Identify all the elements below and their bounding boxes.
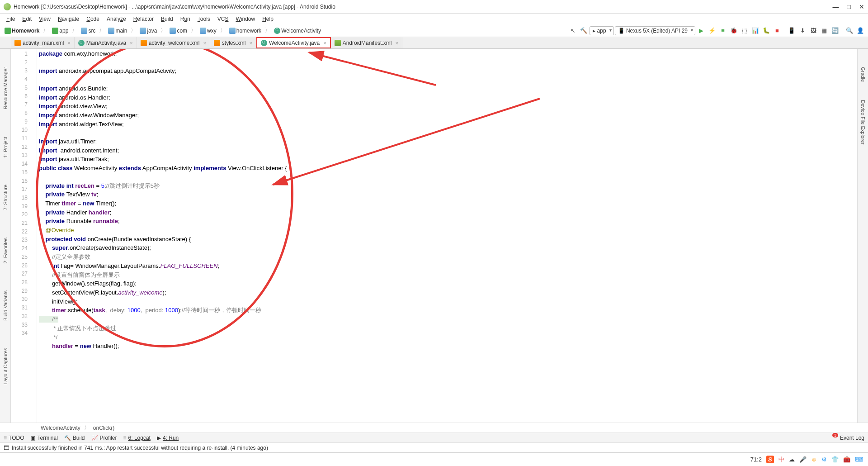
menu-help[interactable]: Help: [259, 15, 276, 23]
right-tool-strip: Gradle Device File Explorer: [857, 49, 868, 423]
build-icon[interactable]: 🔨: [579, 26, 589, 36]
status-bar: 🗔 Install successfully finished in 741 m…: [0, 442, 868, 452]
ime-icon[interactable]: S: [766, 456, 774, 463]
os-taskbar: 71:2 S 中 ☁ 🎤 ☺ ⚙ 👕 🧰 ⌨: [0, 452, 868, 466]
maximize-button[interactable]: □: [847, 3, 851, 10]
attach-icon[interactable]: 🐛: [761, 26, 771, 36]
tray-skin-icon[interactable]: 👕: [831, 456, 839, 463]
menu-build[interactable]: Build: [158, 15, 176, 23]
crumb-app[interactable]: app: [50, 27, 70, 35]
tool-build-variants[interactable]: Build Variants: [3, 290, 8, 321]
tray-keyboard-icon[interactable]: ⌨: [855, 456, 863, 463]
status-icon: 🗔: [4, 445, 9, 451]
user-icon[interactable]: 👤: [855, 26, 865, 36]
menu-analyze[interactable]: Analyze: [104, 15, 129, 23]
tray-cloud-icon[interactable]: ☁: [789, 456, 795, 463]
crumb-com[interactable]: com: [168, 27, 189, 35]
tool-build[interactable]: 🔨 Build: [64, 435, 85, 441]
editor[interactable]: 1234567891011121314151617181920212223242…: [11, 49, 857, 423]
editor-tabs: activity_main.xml× MainActivity.java× ac…: [0, 37, 868, 49]
sdk-icon[interactable]: ⬇: [797, 26, 807, 36]
close-button[interactable]: ✕: [859, 3, 864, 10]
bottom-toolbar: ≡ TODO ▣ Terminal 🔨 Build 📈 Profiler ≡ 6…: [0, 433, 868, 442]
left-tool-strip: Resource Manager 1: Project 7: Structure…: [0, 49, 11, 423]
menu-window[interactable]: Window: [233, 15, 258, 23]
close-icon[interactable]: ×: [130, 40, 132, 46]
close-icon[interactable]: ×: [395, 40, 398, 46]
crumb-homework[interactable]: homework: [227, 27, 263, 35]
toolbar: Homework〉 app〉 src〉 main〉 java〉 com〉 wxy…: [0, 24, 868, 37]
tab-manifest[interactable]: AndroidManifest.xml×: [331, 37, 402, 48]
menu-refactor[interactable]: Refactor: [131, 15, 156, 23]
main-area: Resource Manager 1: Project 7: Structure…: [0, 49, 868, 423]
menu-edit[interactable]: Edit: [19, 15, 34, 23]
minimize-button[interactable]: —: [833, 3, 839, 10]
menu-view[interactable]: View: [36, 15, 53, 23]
layout-icon[interactable]: ▦: [819, 26, 829, 36]
crumb-main[interactable]: main: [106, 27, 129, 35]
crumb-class[interactable]: WelcomeActivity: [272, 27, 323, 35]
tab-activity-welcome[interactable]: activity_welcome.xml×: [137, 37, 210, 48]
menu-tools[interactable]: Tools: [195, 15, 213, 23]
tray-face-icon[interactable]: ☺: [811, 456, 817, 463]
tool-terminal[interactable]: ▣ Terminal: [30, 435, 57, 441]
stop-icon[interactable]: ■: [772, 26, 782, 36]
ime-lang[interactable]: 中: [778, 456, 784, 464]
tray-toolbox-icon[interactable]: 🧰: [843, 456, 850, 463]
status-message: Install successfully finished in 741 ms.…: [12, 445, 864, 451]
tool-todo[interactable]: ≡ TODO: [4, 435, 24, 441]
avd-icon[interactable]: 📱: [787, 26, 797, 36]
sync-gradle-icon[interactable]: 🔄: [830, 26, 840, 36]
profile-icon[interactable]: 📊: [750, 26, 760, 36]
crumb-project[interactable]: Homework: [3, 27, 41, 35]
tool-event-log[interactable]: 3 Event Log: [832, 435, 864, 441]
crumb-java[interactable]: java: [138, 27, 159, 35]
menu-vcs[interactable]: VCS: [215, 15, 231, 23]
tool-run[interactable]: ▶ 4: Run: [157, 435, 179, 441]
tab-main-activity[interactable]: MainActivity.java×: [75, 37, 137, 48]
tab-welcome-activity[interactable]: WelcomeActivity.java×: [256, 37, 331, 48]
tool-layout-captures[interactable]: Layout Captures: [3, 348, 8, 385]
taskbar-time: 71:2: [750, 456, 762, 463]
run-config-combo[interactable]: ▸ app: [590, 26, 613, 35]
tab-styles[interactable]: styles.xml×: [210, 37, 256, 48]
crumb-src[interactable]: src: [79, 27, 97, 35]
close-icon[interactable]: ×: [323, 40, 326, 46]
menu-run[interactable]: Run: [178, 15, 193, 23]
close-icon[interactable]: ×: [250, 40, 252, 46]
window-title: Homework [C:\Users\asus\Desktop\Homework…: [14, 4, 833, 10]
tray-mic-icon[interactable]: 🎤: [799, 456, 807, 463]
line-gutter: 1234567891011121314151617181920212223242…: [11, 49, 37, 423]
menu-code[interactable]: Code: [84, 15, 102, 23]
menubar: File Edit View Navigate Code Analyze Ref…: [0, 14, 868, 24]
tool-device-explorer[interactable]: Device File Explorer: [860, 100, 866, 144]
crumb-method[interactable]: onClick(): [93, 425, 114, 431]
tool-structure[interactable]: 7: Structure: [3, 185, 8, 210]
run-icon[interactable]: ▶: [696, 26, 706, 36]
sync-icon[interactable]: ↖: [568, 26, 578, 36]
device-combo[interactable]: 📱 Nexus 5X (Edited) API 29: [615, 26, 695, 35]
menu-navigate[interactable]: Navigate: [55, 15, 82, 23]
apply-code-icon[interactable]: ≡: [718, 26, 728, 36]
tool-favorites[interactable]: 2: Favorites: [3, 238, 8, 263]
menu-file[interactable]: File: [4, 15, 18, 23]
code-area[interactable]: package com.wxy.homework; import android…: [37, 49, 857, 423]
tool-gradle[interactable]: Gradle: [860, 67, 866, 82]
tool-resource-manager[interactable]: Resource Manager: [3, 67, 8, 109]
tray-gear-icon[interactable]: ⚙: [821, 456, 827, 463]
tool-profiler[interactable]: 📈 Profiler: [91, 435, 117, 441]
resource-icon[interactable]: 🖼: [808, 26, 818, 36]
close-icon[interactable]: ×: [67, 40, 70, 46]
tool-logcat[interactable]: ≡ 6: Logcat: [123, 435, 151, 441]
apply-changes-icon[interactable]: ⚡: [707, 26, 717, 36]
crumb-wxy[interactable]: wxy: [198, 27, 218, 35]
close-icon[interactable]: ×: [203, 40, 206, 46]
app-icon: [4, 3, 11, 10]
tab-activity-main[interactable]: activity_main.xml×: [11, 37, 75, 48]
tool-project[interactable]: 1: Project: [3, 137, 8, 157]
coverage-icon[interactable]: ⬚: [740, 26, 750, 36]
debug-icon[interactable]: 🐞: [729, 26, 739, 36]
crumb-class-name[interactable]: WelcomeActivity: [41, 425, 80, 431]
search-icon[interactable]: 🔍: [844, 26, 854, 36]
titlebar: Homework [C:\Users\asus\Desktop\Homework…: [0, 0, 868, 14]
